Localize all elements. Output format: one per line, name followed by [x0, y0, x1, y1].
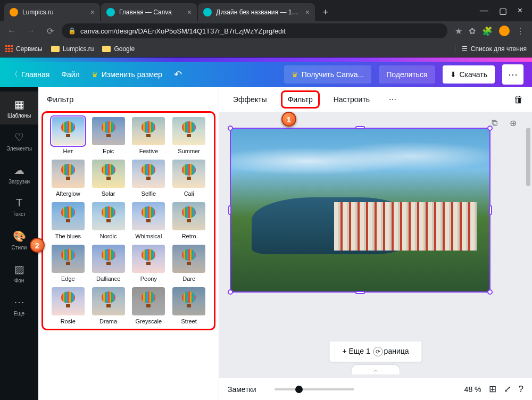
filter-option-dalliance[interactable]: Dalliance	[90, 245, 127, 282]
panel-title: Фильтр	[38, 87, 219, 111]
filter-option-whimsical[interactable]: Whimsical	[130, 202, 168, 239]
extension-icon[interactable]: ★	[455, 26, 462, 36]
url-input[interactable]: 🔒 canva.com/design/DAEnXoP5oSM/14Q1T37r_…	[62, 23, 447, 38]
undo-button[interactable]: ↶	[172, 64, 184, 85]
help-icon[interactable]: ?	[519, 384, 523, 395]
close-icon[interactable]: ×	[187, 8, 192, 16]
file-menu[interactable]: Файл	[59, 66, 81, 83]
delete-button[interactable]: 🗑	[514, 94, 523, 105]
filter-option-street[interactable]: Street	[170, 287, 207, 324]
slider-thumb[interactable]	[295, 386, 303, 393]
maximize-icon[interactable]: ▢	[499, 6, 507, 16]
filter-option-rosie[interactable]: Rosie	[49, 287, 87, 324]
profile-avatar[interactable]	[499, 26, 510, 36]
forward-button[interactable]: →	[23, 23, 38, 38]
filter-thumbnail	[132, 245, 165, 273]
get-pro-button[interactable]: ♛ Получить Canva...	[284, 65, 372, 84]
filter-thumbnail	[172, 245, 205, 273]
filter-option-summer[interactable]: Summer	[170, 117, 207, 154]
filter-option-selfie[interactable]: Selfie	[130, 160, 168, 197]
reload-button[interactable]: ⟳	[43, 23, 57, 38]
browser-tab[interactable]: Lumpics.ru ×	[4, 3, 100, 21]
selected-image[interactable]	[230, 128, 491, 293]
favicon-icon	[10, 8, 18, 16]
filter-option-epic[interactable]: Epic	[90, 117, 127, 154]
bookmarks-bar: Сервисы Lumpics.ru Google ☰ Список для ч…	[0, 40, 532, 57]
sidebar-text[interactable]: T Текст	[0, 190, 38, 223]
resize-edge[interactable]	[489, 205, 492, 215]
browser-tab[interactable]: Главная — Canva ×	[101, 3, 197, 21]
new-tab-button[interactable]: +	[318, 5, 333, 20]
extension-icon[interactable]: ✿	[469, 26, 476, 36]
resize-edge[interactable]	[355, 291, 365, 294]
more-toolbar-button[interactable]: ⋯	[384, 91, 402, 108]
browser-tab-active[interactable]: Дизайн без названия — 1024 ×	[198, 3, 315, 21]
filter-thumbnail	[172, 160, 205, 188]
filter-option-peony[interactable]: Peony	[130, 245, 168, 282]
filter-thumbnail	[52, 202, 85, 230]
page-actions: ⧉ ⊕	[492, 118, 521, 130]
resize-handle[interactable]	[228, 289, 233, 295]
download-button[interactable]: ⬇ Скачать	[443, 65, 495, 84]
sidebar-background[interactable]: ▨ Фон	[0, 256, 38, 289]
zoom-slider[interactable]	[275, 388, 354, 390]
resize-button[interactable]: ♛ Изменить размер	[89, 66, 164, 83]
filter-button[interactable]: Фильтр	[281, 90, 320, 109]
duplicate-page-icon[interactable]: ⧉	[492, 118, 503, 130]
sidebar-uploads[interactable]: ☁ Загрузки	[0, 157, 38, 190]
fullscreen-icon[interactable]: ⤢	[504, 384, 511, 395]
filter-option-greyscale[interactable]: Greyscale	[130, 287, 168, 324]
window-controls: — ▢ ×	[475, 6, 528, 16]
home-button[interactable]: 〈 Главная	[9, 65, 52, 84]
resize-edge[interactable]	[228, 205, 231, 215]
resize-handle[interactable]	[487, 126, 493, 131]
adjust-button[interactable]: Настроить	[328, 91, 375, 108]
filter-label: Dalliance	[96, 276, 120, 282]
add-page-button[interactable]: + Еще 1 ⟳раница	[329, 341, 421, 362]
filter-thumbnail	[52, 245, 85, 273]
filter-option-the-blues[interactable]: The blues	[49, 202, 87, 239]
resize-edge[interactable]	[355, 126, 365, 129]
filter-option-retro[interactable]: Retro	[170, 202, 207, 239]
effects-button[interactable]: Эффекты	[228, 91, 272, 108]
tab-title: Lumpics.ru	[22, 9, 54, 16]
grid-view-icon[interactable]: ⊞	[489, 384, 496, 395]
filter-option-afterglow[interactable]: Afterglow	[49, 160, 87, 197]
canvas-viewport[interactable]: ⧉ ⊕ + Еще 1 ⟳раница	[219, 112, 532, 400]
close-icon[interactable]: ×	[305, 8, 310, 16]
sidebar-more[interactable]: ⋯ Еще	[0, 289, 38, 322]
close-window-icon[interactable]: ×	[518, 6, 522, 16]
filter-label: Rosie	[61, 318, 76, 324]
filter-option-nordic[interactable]: Nordic	[90, 202, 127, 239]
filter-option-cali[interactable]: Cali	[170, 160, 207, 197]
share-button[interactable]: Поделиться	[379, 65, 435, 84]
minimize-icon[interactable]: —	[480, 6, 488, 16]
filter-option-drama[interactable]: Drama	[90, 287, 127, 324]
close-icon[interactable]: ×	[90, 8, 95, 16]
resize-handle[interactable]	[487, 289, 493, 295]
sidebar-elements[interactable]: ♡ Элементы	[0, 124, 38, 157]
extensions-menu-icon[interactable]: 🧩	[482, 26, 493, 36]
more-menu-button[interactable]: ⋯	[502, 64, 523, 85]
reading-list-button[interactable]: ☰ Список для чтения	[455, 45, 527, 53]
page-navigator-toggle[interactable]: ︿	[352, 365, 400, 374]
annotation-badge-2: 2	[30, 238, 45, 253]
filter-option-festive[interactable]: Festive	[130, 117, 168, 154]
crown-icon: ♛	[292, 70, 298, 79]
scrollbar-vertical[interactable]	[526, 128, 531, 376]
sidebar-templates[interactable]: ▦ Шаблоны	[0, 91, 38, 124]
bookmark-folder[interactable]: Lumpics.ru	[51, 45, 94, 53]
add-page-icon[interactable]: ⊕	[510, 118, 521, 130]
filter-option-edge[interactable]: Edge	[49, 245, 87, 282]
filter-option-нет[interactable]: Нет	[49, 117, 87, 154]
tab-title: Дизайн без названия — 1024	[216, 9, 301, 16]
back-button[interactable]: ←	[4, 23, 19, 38]
bookmark-folder[interactable]: Google	[102, 45, 135, 53]
browser-menu-icon[interactable]: ⋮	[516, 26, 525, 36]
resize-handle[interactable]	[228, 126, 233, 131]
filter-option-solar[interactable]: Solar	[90, 160, 127, 197]
notes-button[interactable]: Заметки	[228, 385, 256, 394]
filter-thumbnail	[172, 117, 205, 145]
bookmark-services[interactable]: Сервисы	[5, 45, 43, 53]
filter-option-dare[interactable]: Dare	[170, 245, 207, 282]
